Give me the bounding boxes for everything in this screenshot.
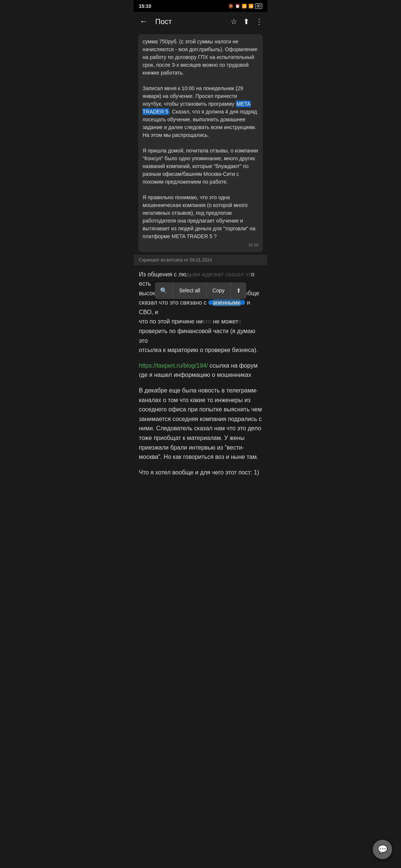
back-button[interactable]: ← (138, 15, 149, 28)
divider-label: Скриншот из вотсапа от 26.01.2024 (134, 255, 267, 265)
para1-line6: отсылка к мараторию о проверке бизнеса). (139, 347, 258, 353)
selection-handle-right (240, 300, 245, 305)
message-time: 16:20 (143, 242, 258, 248)
selection-toolbar: 🔍 Select all Copy ⬆ (155, 282, 246, 299)
content: сумма 750руб. (с этой суммы налоги не на… (134, 34, 267, 481)
para1-line4-rest: х (238, 318, 241, 325)
selection-handle-left (208, 300, 213, 305)
more-options-icon[interactable]: ⋮ (255, 17, 263, 26)
para1-line4-mid: кто (203, 318, 211, 325)
para1-line5: проверить по финансовой части (я думаю э… (139, 328, 255, 344)
share-icon[interactable]: ⬆ (243, 17, 250, 26)
page-title: Пост (155, 17, 228, 26)
main-text-area[interactable]: 🔍 Select all Copy ⬆ Из общения с людьми … (134, 265, 267, 482)
status-bar: 15:10 🔕 ⏰ 📶 📶 80 (134, 0, 267, 12)
battery-icon: 80 (255, 3, 262, 9)
message-bubble-top: сумма 750руб. (с этой суммы налоги не на… (138, 34, 263, 252)
selected-word: военными (213, 299, 241, 306)
para1-line4-end: не может (211, 318, 238, 325)
status-icons: 🔕 ⏰ 📶 📶 80 (228, 3, 262, 9)
para1-obscured: дьми адвокат сказал чт (186, 271, 251, 277)
para1-line4: что по этой причине ни (139, 318, 203, 325)
para1-text-before: Из общения с лю (139, 271, 186, 277)
link-paragraph: https://taxpert.ru/blog/194/ ссылка на ф… (139, 361, 262, 380)
wifi-icon: 📶 (248, 4, 254, 9)
bubble-text-4: Я пришла домой, почитала отзывы, о компа… (143, 148, 258, 185)
alarm-icon: ⏰ (235, 4, 240, 9)
mute-icon: 🔕 (228, 4, 234, 9)
star-icon[interactable]: ☆ (231, 17, 237, 26)
copy-button[interactable]: Copy (206, 283, 231, 298)
bubble-text-1: сумма 750руб. (с этой суммы налоги не на… (143, 39, 257, 76)
para1-line3-before: сказал что это связано с (139, 299, 208, 306)
select-all-button[interactable]: Select all (173, 283, 206, 298)
nav-icons: ☆ ⬆ ⋮ (231, 17, 263, 26)
search-toolbar-icon[interactable]: 🔍 (155, 282, 173, 299)
bubble-text-5: Я правильно понимаю, что это одна мошенн… (143, 194, 255, 239)
share-toolbar-icon[interactable]: ⬆ (231, 282, 246, 299)
top-nav: ← Пост ☆ ⬆ ⋮ (134, 12, 267, 31)
bubble-text-2: Записал меня к 10:00 на понедельник (29 … (143, 85, 243, 107)
status-time: 15:10 (139, 3, 151, 9)
paragraph-2: В декабре еще была новость в телеграмм-к… (139, 386, 262, 462)
paragraph-3-start: Что я хотел вообще и для чего этот пост:… (139, 468, 262, 477)
signal-icon: 📶 (242, 4, 247, 9)
taxpert-link[interactable]: https://taxpert.ru/blog/194/ (139, 362, 208, 369)
